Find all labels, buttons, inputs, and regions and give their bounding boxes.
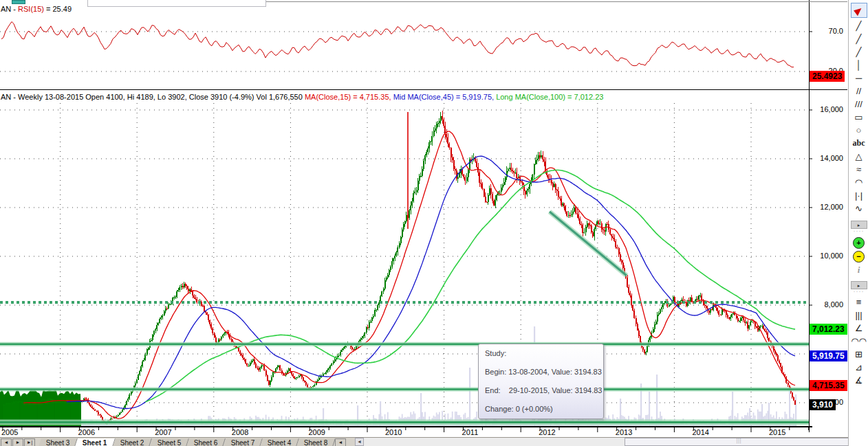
- hatched-lines-icon[interactable]: ///: [849, 98, 868, 111]
- speed-lines-icon[interactable]: ∡: [849, 374, 868, 387]
- title-segment: MA(Close,15) = 4,715.35,: [305, 93, 391, 101]
- year-label: 2006: [78, 428, 95, 436]
- ma-price-box: 4,715.35: [810, 380, 847, 391]
- popup-remnant: [87, 0, 266, 7]
- vertical-line-icon[interactable]: │: [849, 58, 868, 71]
- sheet-tab-sheet-8[interactable]: Sheet 8: [296, 438, 336, 446]
- year-label: 2013: [616, 428, 632, 436]
- info-icon[interactable]: i: [849, 265, 868, 276]
- fib-arcs-icon[interactable]: ◠◠: [849, 335, 868, 348]
- y-axis-label: 12,000: [809, 203, 843, 211]
- zoom-out-icon[interactable]: −: [853, 251, 865, 263]
- pointer-arrow-icon: [854, 6, 864, 16]
- year-label: 2014: [692, 428, 708, 436]
- title-segment: Mid MA(Close,45) = 5,919.75,: [391, 93, 495, 101]
- sheet-tab-sheet-6[interactable]: Sheet 6: [185, 438, 226, 446]
- mid-ma-price-box: 5,919.75: [810, 350, 847, 361]
- grip-dots: ····: [849, 290, 868, 296]
- tooltip-end: End: 29-10-2015, Value: 3194.83: [485, 386, 603, 394]
- gann-fan-icon[interactable]: ⊿: [849, 361, 868, 374]
- year-label: 2009: [308, 428, 325, 436]
- sheet-tab-sheet-5[interactable]: Sheet 5: [149, 438, 189, 446]
- y-axis-label: 16,000: [809, 105, 843, 113]
- title-segment: Long MA(Close,100) = 7,012.23: [494, 93, 603, 101]
- horizontal-scrollbar[interactable]: ◄⁞⁞⁞►: [355, 438, 868, 446]
- rectangle-icon[interactable]: ▭: [849, 111, 868, 124]
- tab-nav-button[interactable]: ►: [12, 438, 23, 446]
- rsi-pane-title: AN - RSI(15) = 25.49: [1, 5, 72, 13]
- study-tooltip: Study: Begin: 13-08-2004, Value: 3194.83…: [478, 344, 604, 419]
- sheet-tab-sheet-7[interactable]: Sheet 7: [222, 438, 263, 446]
- tab-nav-button[interactable]: ◄: [1, 438, 12, 446]
- tooltip-change: Change: 0 (+0.00%): [485, 405, 603, 413]
- parallel-lines-icon[interactable]: //: [849, 85, 868, 98]
- title-segment: AN -: [1, 5, 18, 13]
- zigzag-icon[interactable]: ∿: [849, 202, 868, 215]
- year-label: 2008: [232, 428, 248, 436]
- arc-icon[interactable]: ◠: [849, 176, 868, 189]
- title-segment: RSI(15): [18, 5, 44, 13]
- year-label: 2007: [155, 428, 171, 436]
- rsi-value-box: 25.4923: [810, 71, 845, 82]
- extended-line-icon[interactable]: ╱: [849, 45, 868, 58]
- last-price-box: 3,910: [810, 399, 836, 410]
- tab-scroll-left[interactable]: ◄: [335, 438, 346, 446]
- grip-dots: ····: [849, 230, 868, 235]
- trendline-icon[interactable]: ╱: [849, 19, 868, 32]
- freehand-icon[interactable]: ≈: [849, 163, 868, 176]
- tab-nav-button[interactable]: ►|: [24, 438, 35, 446]
- year-label: 2015: [769, 428, 785, 436]
- y-axis-label: 8,000: [809, 300, 843, 309]
- sheet-tab-sheet-1[interactable]: Sheet 1: [74, 438, 116, 446]
- year-label: 2010: [385, 428, 402, 436]
- triangle-icon[interactable]: △: [849, 150, 868, 163]
- sheet-tab-sheet-3[interactable]: Sheet 3: [37, 438, 78, 446]
- sheet-tab-sheet-4[interactable]: Sheet 4: [259, 438, 299, 446]
- pointer-tool[interactable]: [851, 3, 867, 18]
- fib-retracement-icon[interactable]: ∠: [849, 322, 868, 335]
- rsi-level-label: 70.0: [809, 27, 843, 35]
- scrollbar-thumb[interactable]: ⁞⁞⁞: [625, 438, 853, 446]
- year-label: 2005: [1, 428, 18, 436]
- y-axis-label: 14,000: [809, 154, 843, 162]
- scrollbar-left-arrow[interactable]: ◄: [355, 438, 364, 446]
- grid-icon[interactable]: ⊞: [849, 348, 868, 361]
- cycle-lines-icon[interactable]: |·|: [849, 189, 868, 202]
- price-pane-title: AN - Weekly 13-08-2015 Open 4100, Hi 418…: [1, 93, 603, 101]
- ray-line-icon[interactable]: ╱: [849, 32, 868, 45]
- year-label: 2012: [539, 428, 555, 436]
- zoom-in-icon[interactable]: +: [853, 237, 865, 249]
- tooltip-begin: Begin: 13-08-2004, Value: 3194.83: [485, 368, 603, 376]
- text-tool-icon[interactable]: abc: [849, 137, 868, 150]
- vertical-grid-icon[interactable]: |||: [849, 309, 868, 322]
- year-label: 2011: [462, 428, 479, 436]
- drawing-toolbar: ╱╱╱│─/////▭○abc△≈◠|·|∿▸····+−i▸····≡|||∠…: [848, 0, 868, 446]
- title-segment: AN - Weekly 13-08-2015 Open 4100, Hi 418…: [1, 93, 305, 101]
- y-axis-label: 10,000: [809, 252, 843, 260]
- long-ma-price-box: 7,012.23: [810, 324, 847, 335]
- ellipse-icon[interactable]: ○: [849, 124, 868, 137]
- chart-canvas[interactable]: [0, 0, 868, 446]
- horizontal-grid-icon[interactable]: ≡: [849, 296, 868, 309]
- sheet-tab-sheet-2[interactable]: Sheet 2: [111, 438, 152, 446]
- window-chrome-fragment: [12, 0, 25, 4]
- horizontal-line-icon[interactable]: ─: [849, 71, 868, 85]
- tooltip-title: Study:: [485, 349, 603, 357]
- title-segment: = 25.49: [44, 5, 72, 13]
